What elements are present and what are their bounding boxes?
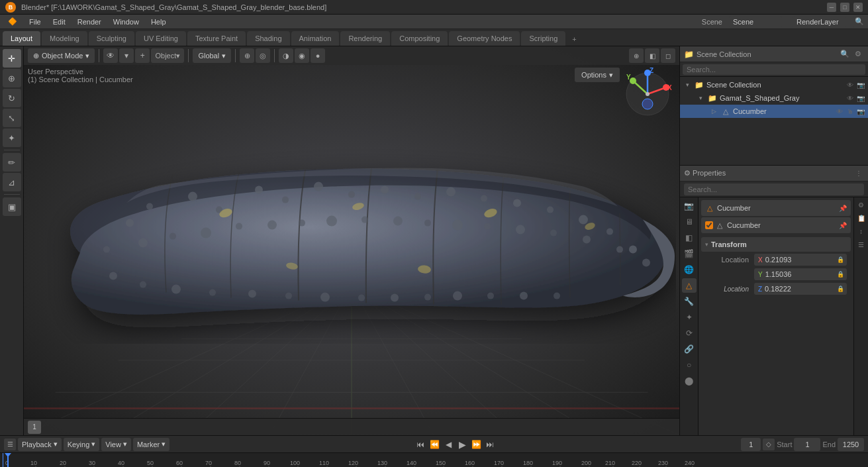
keying-btn[interactable]: Keying ▾: [64, 438, 100, 451]
add-tool-button[interactable]: ▣: [3, 197, 21, 216]
cucumber-select-icon[interactable]: 🖱: [845, 107, 855, 116]
scene-visibility-icon[interactable]: 👁: [845, 80, 855, 89]
end-frame-field[interactable]: 1250: [838, 438, 864, 451]
location-x-lock[interactable]: 🔒: [837, 256, 844, 263]
props-menu-btn[interactable]: ⋮: [853, 168, 864, 179]
viewport-shading-rendered[interactable]: ●: [311, 48, 325, 63]
gizmo[interactable]: X Y Z: [621, 68, 674, 121]
select-button-header[interactable]: ▾: [119, 48, 134, 63]
transform-tool-button[interactable]: ✦: [3, 129, 21, 147]
viewport-shading-material[interactable]: ◉: [295, 48, 309, 63]
close-button[interactable]: ✕: [853, 3, 863, 12]
rtool-btn-2[interactable]: 📋: [855, 212, 867, 224]
location-z-lock[interactable]: 🔒: [837, 285, 844, 292]
tab-texture-paint[interactable]: Texture Paint: [187, 31, 246, 46]
props-tab-physics[interactable]: ⟳: [682, 326, 697, 340]
xray-toggle[interactable]: ◻: [661, 48, 675, 63]
rtool-btn-4[interactable]: ☰: [855, 238, 867, 250]
rotate-tool-button[interactable]: ↻: [3, 89, 21, 107]
proportional-edit-button[interactable]: ◎: [256, 48, 270, 63]
menu-edit[interactable]: Edit: [48, 15, 71, 28]
timeline-menu-btn[interactable]: ☰: [4, 439, 16, 450]
render-layer-selector[interactable]: RenderLayer: [793, 16, 845, 28]
cursor-tool-button[interactable]: ✛: [3, 49, 21, 68]
tab-geometry-nodes[interactable]: Geometry Nodes: [449, 31, 520, 46]
data-pin-icon[interactable]: 📌: [839, 222, 847, 229]
outliner-row-gamat[interactable]: ▾ 📁 Gamat_S_Shaped_Gray 👁 📷: [680, 91, 868, 105]
object-mode-selector[interactable]: ⊕ Object Mode ▾: [28, 48, 95, 63]
menu-help[interactable]: Help: [146, 15, 171, 28]
location-z-field[interactable]: Z 0.18222 🔒: [754, 283, 847, 295]
gamat-render-icon[interactable]: 📷: [856, 93, 865, 103]
object-button-header[interactable]: Object▾: [151, 48, 184, 63]
location-x-field[interactable]: X 0.21093 🔒: [754, 254, 847, 266]
transform-orient-selector[interactable]: Global ▾: [193, 48, 231, 63]
tab-modeling[interactable]: Modeling: [42, 31, 87, 46]
play-reverse-btn[interactable]: ◀: [442, 438, 455, 451]
props-tab-modifier[interactable]: 🔧: [682, 294, 697, 309]
scene-render-icon[interactable]: 📷: [856, 80, 865, 89]
tab-sculpting[interactable]: Sculpting: [89, 31, 134, 46]
props-tab-scene[interactable]: 🎬: [682, 246, 697, 261]
viewport[interactable]: ⊕ Object Mode ▾ 👁 ▾ + Object▾ Global ▾ ⊕…: [24, 46, 679, 435]
props-search-input[interactable]: [684, 183, 864, 195]
playback-btn[interactable]: Playback ▾: [18, 438, 62, 451]
gamat-visibility-icon[interactable]: 👁: [845, 93, 855, 103]
play-btn[interactable]: ▶: [456, 438, 469, 451]
tab-shading[interactable]: Shading: [247, 31, 289, 46]
outliner-search[interactable]: [683, 64, 865, 75]
props-tab-constraints[interactable]: 🔗: [682, 342, 697, 356]
expand-cucumber[interactable]: ▷: [709, 107, 718, 116]
measure-tool-button[interactable]: ⊿: [3, 173, 21, 191]
move-tool-button[interactable]: ⊕: [3, 69, 21, 87]
obj-pin-icon[interactable]: 📌: [839, 205, 847, 212]
start-frame-field[interactable]: 1: [794, 438, 820, 451]
tab-compositing[interactable]: Compositing: [391, 31, 448, 46]
scale-tool-button[interactable]: ⤡: [3, 109, 21, 127]
add-button-header[interactable]: +: [135, 48, 150, 63]
overlay-toggle[interactable]: ◧: [645, 48, 659, 63]
cucumber-render-icon[interactable]: 📷: [856, 107, 865, 116]
step-back-btn[interactable]: ⏪: [428, 438, 441, 451]
expand-gamat[interactable]: ▾: [696, 93, 705, 103]
props-tab-output[interactable]: 🖥: [682, 215, 697, 229]
tab-animation[interactable]: Animation: [291, 31, 340, 46]
menu-render[interactable]: Render: [72, 15, 107, 28]
viewport-shading-solid[interactable]: ◑: [279, 48, 293, 63]
jump-end-btn[interactable]: ⏭: [483, 438, 497, 451]
search-button[interactable]: 🔍: [853, 16, 865, 28]
outliner-row-cucumber[interactable]: ▷ △ Cucumber 👁 🖱 📷: [680, 105, 868, 118]
transform-section-header[interactable]: ▾ Transform: [701, 237, 851, 252]
minimize-button[interactable]: ─: [827, 3, 836, 12]
snap-button[interactable]: ⊕: [240, 48, 254, 63]
location-y-lock[interactable]: 🔒: [837, 271, 844, 278]
step-forward-btn[interactable]: ⏩: [469, 438, 483, 451]
options-button[interactable]: Options ▾: [575, 68, 620, 82]
current-frame-field[interactable]: 1: [741, 438, 761, 451]
view-btn[interactable]: View ▾: [101, 438, 131, 451]
maximize-button[interactable]: □: [840, 3, 849, 12]
rtool-btn-1[interactable]: ⚙: [855, 199, 867, 211]
outliner-settings-btn[interactable]: ⚙: [852, 48, 864, 60]
tab-uv-editing[interactable]: UV Editing: [136, 31, 186, 46]
location-y-field[interactable]: Y 1.15036 🔒: [754, 268, 847, 280]
jump-start-btn[interactable]: ⏮: [414, 438, 427, 451]
scene-selector[interactable]: Scene: [729, 16, 782, 28]
view-button[interactable]: 👁: [103, 48, 118, 63]
annotate-tool-button[interactable]: ✏: [3, 153, 21, 172]
window-controls[interactable]: ─ □ ✕: [827, 3, 863, 12]
outliner-row-scene[interactable]: ▾ 📁 Scene Collection 👁 📷: [680, 78, 868, 91]
props-tab-data[interactable]: ○: [682, 358, 697, 372]
cucumber-visibility-icon[interactable]: 👁: [835, 107, 844, 116]
props-tab-view-layer[interactable]: ◧: [682, 231, 697, 245]
menu-window[interactable]: Window: [108, 15, 144, 28]
props-tab-object[interactable]: △: [682, 278, 697, 293]
data-enabled-checkbox[interactable]: [705, 221, 713, 229]
props-tab-render[interactable]: 📷: [682, 199, 697, 213]
menu-file[interactable]: File: [24, 15, 46, 28]
data-selector-main[interactable]: △ Cucumber 📌: [701, 217, 851, 233]
tab-rendering[interactable]: Rendering: [340, 31, 390, 46]
marker-btn[interactable]: Marker ▾: [133, 438, 169, 451]
tab-scripting[interactable]: Scripting: [521, 31, 565, 46]
expand-scene[interactable]: ▾: [683, 80, 692, 89]
